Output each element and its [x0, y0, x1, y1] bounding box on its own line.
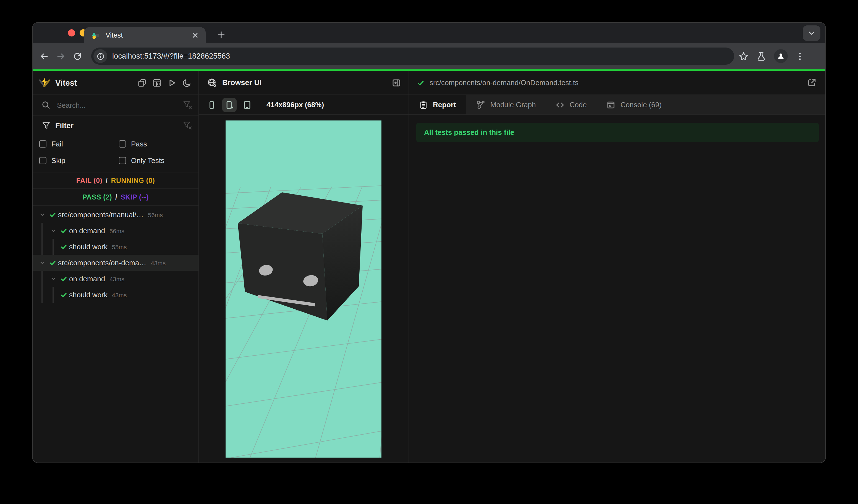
test-file-row[interactable]: src/components/on-dema…43ms [33, 255, 198, 271]
test-label: should work55ms [69, 243, 127, 251]
vitest-favicon-icon [91, 31, 100, 39]
checkbox-label: Skip [51, 156, 65, 164]
menu-dots-icon[interactable] [796, 52, 804, 61]
experiments-flask-icon[interactable] [756, 51, 766, 61]
tested-app-viewport[interactable] [225, 120, 381, 458]
browser-ui-title: Browser UI [222, 79, 262, 87]
chrome-toolbar: localhost:5173/#/?file=1828625563 [33, 43, 825, 69]
test-case-row[interactable]: should work43ms [33, 287, 198, 303]
test-duration: 55ms [112, 244, 127, 250]
search-input[interactable] [57, 101, 183, 109]
globe-icon [207, 78, 217, 87]
status-line-2: PASS (2) / SKIP (--) [33, 189, 198, 206]
reload-button[interactable] [69, 48, 86, 64]
test-pass-check-icon [49, 211, 57, 218]
address-bar[interactable]: localhost:5173/#/?file=1828625563 [91, 48, 734, 65]
filter-option-only-tests[interactable]: Only Tests [119, 152, 198, 168]
checkbox[interactable] [39, 157, 46, 164]
expand-chevron-icon[interactable] [50, 276, 57, 282]
browser-tab[interactable]: Vitest [84, 27, 206, 43]
expand-chevron-icon[interactable] [39, 259, 46, 266]
app-title: Vitest [55, 78, 77, 87]
report-tabs: ReportModule GraphCodeConsole (69) [409, 95, 825, 115]
tab-label: Module Graph [490, 101, 536, 109]
test-duration: 56ms [109, 228, 124, 234]
filter-option-pass[interactable]: Pass [119, 135, 198, 152]
back-button[interactable] [36, 48, 52, 64]
report-icon [419, 100, 428, 109]
forward-button[interactable] [52, 48, 69, 64]
tab-module-graph[interactable]: Module Graph [466, 95, 546, 114]
search-row [33, 95, 198, 115]
new-tab-button[interactable] [214, 28, 228, 42]
3d-cube-scene [225, 120, 381, 458]
toolbar-actions [738, 49, 804, 63]
tab-search-button[interactable] [803, 26, 821, 41]
test-pass-check-icon [60, 227, 67, 234]
filter-funnel-icon [42, 121, 50, 130]
test-case-row[interactable]: on demand56ms [33, 223, 198, 239]
test-case-row[interactable]: on demand43ms [33, 271, 198, 287]
checkbox[interactable] [119, 140, 126, 147]
filter-option-fail[interactable]: Fail [39, 135, 119, 152]
filter-section: Filter FailPassSkipOnly Tests [33, 115, 198, 173]
dashboard-toggle-icon[interactable] [137, 78, 147, 87]
console-icon [607, 100, 616, 109]
tab-title: Vitest [106, 31, 190, 39]
test-pass-check-icon [49, 259, 57, 266]
test-file-row[interactable]: src/components/manual/…56ms [33, 207, 198, 223]
chrome-tab-bar: Vitest [33, 23, 825, 43]
profile-avatar[interactable] [774, 49, 788, 63]
site-info-icon[interactable] [93, 49, 107, 63]
checkbox[interactable] [119, 157, 126, 164]
browser-window: Vitest localhost:5173/#/?file=1828625563 [33, 23, 825, 462]
running-count: RUNNING (0) [111, 177, 155, 184]
test-label: on demand56ms [69, 227, 124, 235]
vitest-logo-icon [38, 76, 51, 89]
clear-search-filter-icon[interactable] [183, 101, 192, 110]
test-label: src/components/on-dema…43ms [58, 259, 165, 267]
test-pass-check-icon [60, 291, 67, 298]
close-window-button[interactable] [68, 29, 75, 36]
run-all-icon[interactable] [167, 78, 177, 87]
viewport-toolbar: 414x896px (68%) [199, 95, 409, 115]
status-separator: / [115, 193, 117, 201]
test-label: should work43ms [69, 291, 127, 299]
dark-mode-icon[interactable] [182, 78, 192, 87]
tab-label: Code [570, 101, 587, 109]
tab-code[interactable]: Code [546, 95, 597, 114]
dock-panel-icon[interactable] [392, 78, 401, 87]
tablet-viewport-button[interactable] [240, 98, 254, 112]
search-icon [42, 101, 50, 110]
test-pass-check-icon [60, 275, 67, 282]
checkbox[interactable] [39, 140, 46, 147]
close-tab-icon[interactable] [190, 30, 200, 40]
code-icon [556, 100, 565, 109]
sidebar-header: Vitest [33, 71, 198, 95]
tree-indent-guide [42, 223, 42, 239]
test-duration: 43ms [112, 292, 127, 298]
url-text[interactable]: localhost:5173/#/?file=1828625563 [112, 52, 230, 60]
module-graph-icon [476, 100, 486, 110]
test-case-row[interactable]: should work55ms [33, 239, 198, 255]
browser-ui-panel: Browser UI 414x896px (68%) [199, 71, 409, 462]
skip-count: SKIP (--) [121, 193, 149, 201]
tab-console-69[interactable]: Console (69) [597, 95, 672, 114]
filter-title: Filter [55, 121, 74, 130]
bookmark-star-icon[interactable] [738, 51, 749, 61]
clear-filters-icon[interactable] [183, 121, 192, 130]
expand-chevron-icon[interactable] [50, 227, 57, 234]
coverage-grid-icon[interactable] [152, 78, 162, 87]
filter-option-skip[interactable]: Skip [39, 152, 119, 168]
test-duration: 56ms [148, 212, 163, 218]
sidebar: Vitest Filter [33, 71, 199, 462]
tab-report[interactable]: Report [409, 95, 466, 114]
small-viewport-button[interactable] [205, 98, 219, 112]
checkbox-label: Only Tests [131, 156, 164, 164]
status-separator: / [106, 177, 108, 184]
large-phone-viewport-button[interactable] [222, 98, 237, 112]
screen: Vitest localhost:5173/#/?file=1828625563 [0, 0, 858, 504]
checkbox-label: Fail [51, 140, 63, 148]
open-external-icon[interactable] [807, 78, 816, 87]
expand-chevron-icon[interactable] [39, 211, 46, 218]
